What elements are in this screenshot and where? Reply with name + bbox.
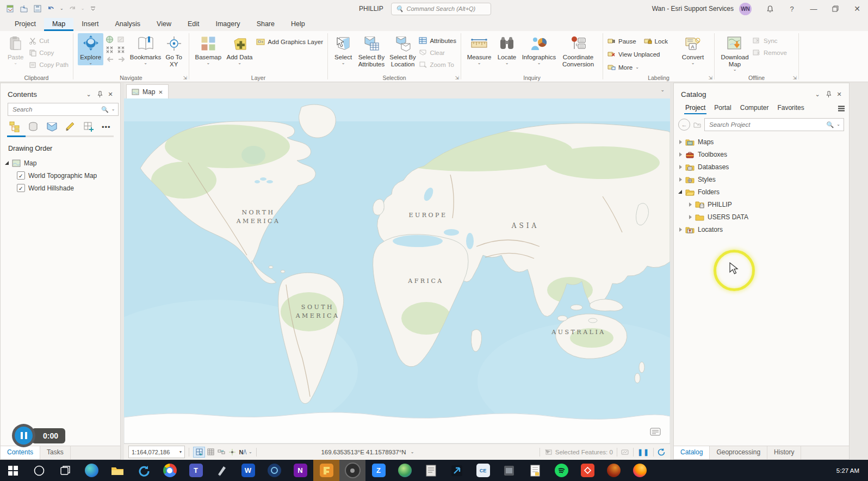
bottom-tab-geoprocessing[interactable]: Geoprocessing [710, 446, 767, 459]
list-by-data-source-icon[interactable] [28, 121, 39, 132]
customize-qat-icon[interactable] [88, 4, 98, 14]
select-by-location-button[interactable]: Select By Location [389, 33, 417, 67]
navigate-dialog-launcher[interactable]: ⇲ [183, 75, 187, 81]
catalog-close-icon[interactable]: ✕ [834, 89, 845, 100]
sync-button[interactable]: Sync [753, 35, 787, 46]
catalog-hamburger-menu-icon[interactable] [836, 103, 847, 114]
basemap-button[interactable]: Basemap⌄ [194, 33, 223, 65]
expand-icon[interactable] [679, 177, 682, 182]
attributes-button[interactable]: Attributes [419, 35, 456, 46]
expand-icon[interactable] [679, 140, 682, 144]
coords-chevron-icon[interactable]: ⌄ [411, 450, 414, 454]
view-unplaced-button[interactable]: View Unplaced [607, 49, 677, 59]
bottom-tab-history[interactable]: History [767, 446, 801, 459]
list-by-snapping-icon[interactable] [83, 121, 95, 132]
map-canvas[interactable]: NORTH AMERICA EUROPE ASIA AFRICA SOUTH A… [124, 98, 670, 443]
ce-app-icon[interactable]: CE [470, 460, 496, 481]
open-project-icon[interactable] [19, 4, 29, 14]
snapping-toggle-icon[interactable] [193, 447, 205, 458]
layout-dynamic-constraints-icon[interactable] [216, 447, 227, 457]
up-one-level-icon[interactable] [693, 121, 702, 128]
back-icon[interactable]: ← [678, 119, 690, 131]
snap-to-feature-icon[interactable] [227, 447, 238, 457]
catalog-menu-chevron-icon[interactable]: ⌄ [812, 89, 823, 100]
expand-icon[interactable] [679, 227, 682, 232]
contents-more-tabs-icon[interactable]: ••• [102, 123, 111, 131]
refresh-icon[interactable] [658, 448, 666, 456]
notifications-bell-icon[interactable] [759, 0, 781, 17]
catalog-tab-portal[interactable]: Portal [710, 102, 735, 114]
pause-drawing-icon[interactable]: ❚❚ [637, 448, 649, 456]
copy-button[interactable]: Copy [29, 47, 69, 58]
previous-extent-icon[interactable] [106, 56, 114, 63]
notes-app-icon[interactable] [418, 460, 444, 481]
catalog-tab-computer[interactable]: Computer [736, 102, 773, 114]
measure-button[interactable]: Measure⌄ [466, 33, 493, 65]
save-project-icon[interactable] [33, 4, 42, 14]
view-tabs-chevron-icon[interactable]: ⌄ [660, 87, 665, 92]
selection-dialog-launcher[interactable]: ⇲ [455, 75, 459, 81]
blue-arrow-app-icon[interactable] [444, 460, 470, 481]
active-app-orange-icon[interactable] [313, 460, 339, 481]
coordinates-readout[interactable]: 169.6353513°E 41.1578937°N ⌄ [321, 449, 414, 455]
chrome-icon[interactable] [157, 460, 183, 481]
bottom-tab-contents[interactable]: Contents [1, 446, 40, 459]
redo-icon[interactable] [67, 4, 77, 14]
zoom-to-selection-button[interactable]: Zoom To [419, 59, 456, 70]
taskbar-search-icon[interactable] [26, 460, 52, 481]
close-button[interactable]: ✕ [846, 0, 868, 17]
clear-selection-button[interactable]: Clear [419, 47, 456, 58]
infographics-button[interactable]: Infographics⌄ [521, 33, 557, 65]
tab-insert[interactable]: Insert [73, 18, 107, 31]
contents-close-icon[interactable]: ✕ [105, 89, 116, 100]
status-options-chevron-icon[interactable]: ⌄ [249, 450, 252, 454]
document-app-icon[interactable] [522, 460, 548, 481]
spotify-icon[interactable] [548, 460, 574, 481]
start-button[interactable] [0, 460, 26, 481]
globe-app-icon[interactable] [392, 460, 418, 481]
paste-button[interactable]: Paste⌄ [4, 33, 27, 65]
convert-labels-button[interactable]: A Convert⌄ [679, 33, 706, 65]
cut-button[interactable]: Cut [29, 35, 69, 46]
labeling-lock-button[interactable]: Lock [644, 36, 668, 46]
list-by-selection-icon[interactable] [46, 121, 58, 132]
explore-button[interactable]: Explore⌄ [78, 33, 103, 65]
catalog-item-users-data[interactable]: USERS DATA [674, 211, 849, 223]
task-view-icon[interactable] [52, 460, 78, 481]
expand-icon[interactable] [689, 215, 692, 219]
onenote-icon[interactable]: N [287, 460, 313, 481]
teams-icon[interactable]: T [183, 460, 209, 481]
command-search-input[interactable]: 🔍 Command Search (Alt+Q) [391, 3, 491, 15]
catalog-item-toolboxes[interactable]: Toolboxes [674, 148, 849, 161]
toc-map-item[interactable]: Map [1, 157, 120, 169]
redo-dropdown-icon[interactable]: ⌄ [81, 7, 85, 11]
catalog-item-locators[interactable]: Locators [674, 223, 849, 236]
undo-icon[interactable] [46, 4, 56, 14]
fixed-zoom-out-icon[interactable] [117, 46, 125, 54]
minimize-button[interactable]: — [803, 0, 824, 17]
expand-icon[interactable] [679, 152, 682, 157]
labeling-pause-button[interactable]: Pause [607, 36, 636, 46]
catalog-pin-icon[interactable] [823, 89, 834, 100]
word-icon[interactable]: W [235, 460, 261, 481]
fixed-zoom-in-icon[interactable] [106, 46, 114, 54]
restore-button[interactable] [824, 0, 846, 17]
catalog-search[interactable]: 🔍 ⌄ [704, 118, 844, 131]
add-graphics-layer-button[interactable]: Add Graphics Layer [256, 36, 323, 47]
tab-imagery[interactable]: Imagery [207, 18, 248, 31]
dark-flame-app-icon[interactable] [600, 460, 627, 481]
list-by-editing-icon[interactable] [65, 121, 76, 132]
locate-button[interactable]: Locate⌄ [495, 33, 519, 65]
help-icon[interactable]: ? [781, 0, 803, 17]
file-explorer-icon[interactable] [104, 460, 131, 481]
firefox-icon[interactable] [627, 460, 653, 481]
contents-pin-icon[interactable] [94, 89, 105, 100]
red-diamond-app-icon[interactable] [574, 460, 600, 481]
catalog-item-databases[interactable]: Databases [674, 161, 849, 173]
catalog-item-folders[interactable]: Folders [674, 186, 849, 198]
labeling-more-button[interactable]: More⌄ [607, 62, 677, 72]
scale-combobox[interactable]: 1:164,072,186▾ [128, 446, 185, 458]
notification-flag-icon[interactable] [621, 449, 629, 455]
copy-path-button[interactable]: Copy Path [29, 59, 69, 70]
full-extent-icon[interactable] [106, 35, 114, 44]
